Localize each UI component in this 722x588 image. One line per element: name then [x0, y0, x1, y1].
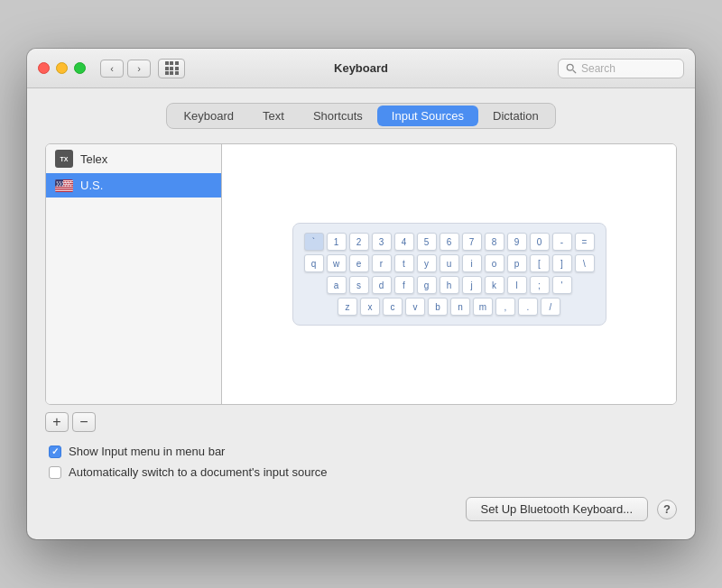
- sources-list: TX Telex: [46, 144, 222, 404]
- tab-keyboard[interactable]: Keyboard: [169, 106, 248, 126]
- keyboard-row-3: a s d f g h j k l ; ': [304, 276, 595, 294]
- key-r: r: [372, 254, 392, 272]
- show-input-menu-checkbox[interactable]: [49, 446, 61, 458]
- key-5: 5: [417, 233, 437, 251]
- key-backslash: \: [575, 254, 595, 272]
- svg-rect-11: [55, 188, 73, 188]
- tab-bar-container: Keyboard Text Shortcuts Input Sources Di…: [45, 103, 677, 129]
- key-u: u: [440, 254, 459, 272]
- app-grid-button[interactable]: [158, 59, 185, 78]
- search-box[interactable]: [558, 59, 684, 78]
- key-v: v: [405, 298, 425, 316]
- tab-input-sources[interactable]: Input Sources: [377, 106, 478, 126]
- add-remove-controls: + −: [45, 412, 677, 432]
- keyboard-preview-panel: ` 1 2 3 4 5 6 7 8 9 0 - =: [222, 144, 676, 404]
- titlebar: ‹ › Keyboard: [27, 49, 695, 88]
- options-checkboxes: Show Input menu in menu bar Automaticall…: [45, 445, 677, 479]
- traffic-lights: [38, 62, 86, 74]
- key-0: 0: [530, 233, 550, 251]
- close-button[interactable]: [38, 62, 50, 74]
- key-i: i: [462, 254, 482, 272]
- window-title: Keyboard: [334, 61, 388, 75]
- show-input-menu-label: Show Input menu in menu bar: [69, 445, 225, 458]
- show-input-menu-row: Show Input menu in menu bar: [49, 445, 677, 458]
- back-button[interactable]: ‹: [100, 60, 124, 78]
- key-p: p: [507, 254, 527, 272]
- key-e: e: [349, 254, 369, 272]
- help-button[interactable]: ?: [657, 500, 677, 519]
- nav-buttons: ‹ ›: [100, 60, 151, 78]
- svg-rect-10: [55, 187, 73, 188]
- search-input[interactable]: [581, 62, 676, 75]
- key-9: 9: [507, 233, 527, 251]
- minimize-button[interactable]: [56, 62, 68, 74]
- source-item-us[interactable]: ★★★★★★ ★★★★★ ★★★★★★ U.S.: [46, 173, 221, 198]
- tab-text[interactable]: Text: [248, 106, 299, 126]
- key-3: 3: [372, 233, 392, 251]
- key-equals: =: [575, 233, 595, 251]
- key-6: 6: [440, 233, 459, 251]
- keyboard-row-4: z x c v b n m , . /: [304, 298, 595, 316]
- key-m: m: [473, 298, 493, 316]
- main-window: ‹ › Keyboard Keyboard: [27, 49, 695, 539]
- svg-text:★★★★★★: ★★★★★★: [56, 183, 72, 187]
- key-j: j: [462, 276, 482, 294]
- telex-icon: TX: [55, 150, 73, 168]
- key-backtick: `: [304, 233, 324, 251]
- add-source-button[interactable]: +: [45, 412, 69, 432]
- key-k: k: [485, 276, 504, 294]
- keyboard-row-1: ` 1 2 3 4 5 6 7 8 9 0 - =: [304, 233, 595, 251]
- key-d: d: [372, 276, 392, 294]
- key-f: f: [394, 276, 414, 294]
- key-1: 1: [327, 233, 347, 251]
- key-7: 7: [462, 233, 482, 251]
- keyboard-row-2: q w e r t y u i o p [ ] \: [304, 254, 595, 272]
- source-label-telex: Telex: [80, 152, 107, 166]
- main-panel: TX Telex: [45, 143, 677, 405]
- key-g: g: [417, 276, 437, 294]
- bottom-bar: Set Up Bluetooth Keyboard... ?: [45, 497, 677, 521]
- svg-line-1: [573, 69, 576, 72]
- key-y: y: [417, 254, 437, 272]
- key-s: s: [349, 276, 369, 294]
- svg-rect-14: [55, 190, 73, 191]
- auto-switch-label: Automatically switch to a document's inp…: [69, 465, 327, 479]
- svg-point-0: [567, 64, 573, 70]
- maximize-button[interactable]: [74, 62, 86, 74]
- key-quote: ': [552, 276, 572, 294]
- svg-rect-12: [55, 188, 73, 189]
- key-n: n: [450, 298, 470, 316]
- key-l: l: [507, 276, 527, 294]
- remove-source-button[interactable]: −: [72, 412, 96, 432]
- key-q: q: [304, 254, 324, 272]
- key-a: a: [327, 276, 347, 294]
- key-x: x: [360, 298, 380, 316]
- key-8: 8: [485, 233, 504, 251]
- chevron-right-icon: ›: [137, 63, 141, 74]
- tab-dictation[interactable]: Dictation: [478, 106, 553, 126]
- key-lbracket: [: [530, 254, 550, 272]
- source-item-telex[interactable]: TX Telex: [46, 144, 221, 173]
- key-z: z: [338, 298, 357, 316]
- key-b: b: [428, 298, 448, 316]
- key-semicolon: ;: [530, 276, 550, 294]
- auto-switch-checkbox[interactable]: [49, 466, 61, 479]
- tab-shortcuts[interactable]: Shortcuts: [299, 106, 377, 126]
- key-c: c: [383, 298, 403, 316]
- key-w: w: [327, 254, 347, 272]
- key-rbracket: ]: [552, 254, 572, 272]
- setup-bluetooth-button[interactable]: Set Up Bluetooth Keyboard...: [466, 497, 648, 521]
- keyboard-layout-visual: ` 1 2 3 4 5 6 7 8 9 0 - =: [292, 223, 606, 326]
- key-o: o: [485, 254, 504, 272]
- key-2: 2: [349, 233, 369, 251]
- key-h: h: [440, 276, 459, 294]
- key-4: 4: [394, 233, 414, 251]
- tab-bar: Keyboard Text Shortcuts Input Sources Di…: [166, 103, 555, 129]
- forward-button[interactable]: ›: [127, 60, 151, 78]
- search-icon: [566, 63, 577, 74]
- key-comma: ,: [495, 298, 515, 316]
- us-flag-icon: ★★★★★★ ★★★★★ ★★★★★★: [55, 179, 73, 192]
- key-minus: -: [552, 233, 572, 251]
- grid-icon: [165, 61, 179, 75]
- source-label-us: U.S.: [80, 179, 103, 192]
